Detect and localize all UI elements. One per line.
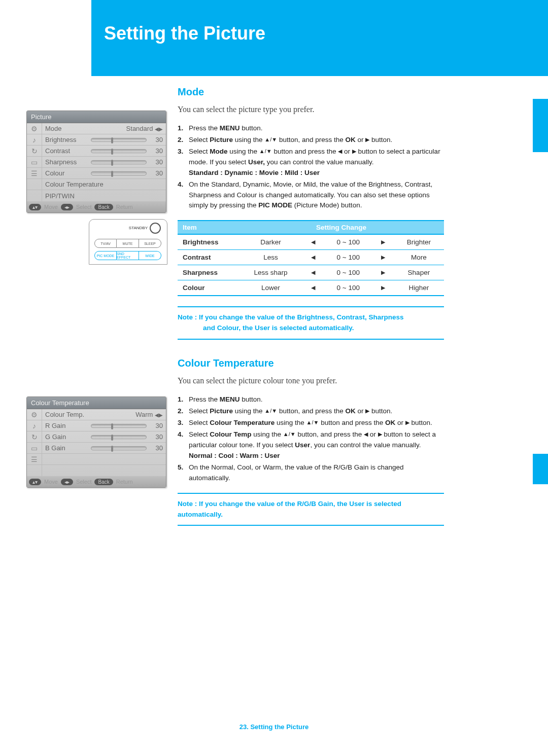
cell-item: Sharpness — [178, 265, 238, 280]
table-row: Contrast Less ◀ 0 ~ 100 ▶ More — [178, 250, 444, 265]
osd-row-label: Sharpness — [42, 158, 88, 166]
osd-row-value: 30 — [150, 158, 166, 166]
th-item: Item — [178, 221, 238, 234]
osd-icon: ♪ — [27, 420, 42, 431]
cell-item: Colour — [178, 280, 238, 296]
right-icon: ▶ — [365, 135, 369, 144]
mode-steps: 1.Press the MENU button. 2.Select Pictur… — [178, 123, 444, 211]
colourtemp-options: Normal : Cool : Warm : User — [189, 452, 280, 459]
osd-icon: ↻ — [27, 146, 42, 156]
osd-icon: ☰ — [27, 168, 42, 178]
cell-low: Lower — [238, 280, 303, 296]
osd-row-value: 30 — [150, 147, 166, 155]
right-icon: ▶ — [365, 407, 369, 415]
osd-row-value: 30 — [150, 422, 166, 429]
section-intro-mode: You can select the picture type you pref… — [178, 105, 444, 114]
cell-high: Shaper — [394, 265, 444, 280]
colourtemp-steps: 1.Press the MENU button. 2.Select Pictur… — [178, 394, 444, 483]
osd-colour-temp-menu: Colour Temperature ⚙Colour Temp.Warm ◀▶ … — [26, 397, 166, 488]
osd-slider — [91, 138, 147, 142]
settings-table: Item Setting Change Brightness Darker ◀ … — [178, 220, 444, 296]
osd-footer: ▴▾Move ◂▸Select BackReturn — [27, 476, 166, 487]
osd-row-value: 30 — [150, 433, 166, 441]
osd-icon: ▭ — [27, 157, 42, 167]
remote-btn-sndeffect: SND EFFECT — [117, 251, 139, 260]
section-heading-colourtemp: Colour Temperature — [178, 357, 444, 369]
cell-low: Less sharp — [238, 265, 303, 280]
osd-slider — [91, 160, 147, 164]
osd-slider — [91, 171, 147, 175]
remote-btn-picmode: PIC MODE — [94, 251, 117, 260]
osd-slider — [91, 149, 147, 153]
osd-icon: ⚙ — [27, 123, 42, 134]
osd-icon: ♪ — [27, 134, 42, 145]
osd-slider — [91, 424, 147, 428]
updown-icon: ▲/▼ — [306, 418, 319, 427]
side-tab-upper — [533, 99, 548, 152]
osd-icon — [27, 190, 42, 201]
mode-options: Standard : Dynamic : Movie : Mild : User — [189, 169, 320, 176]
updown-icon: ▲/▼ — [283, 430, 296, 439]
cell-low: Darker — [238, 234, 303, 250]
left-icon: ◀ — [364, 430, 368, 439]
cell-range: 0 ~ 100 — [324, 234, 372, 250]
table-row: Colour Lower ◀ 0 ~ 100 ▶ Higher — [178, 280, 444, 296]
remote-control-diagram: STANDBY TV/AV MUTE SLEEP PIC MODE SND EF… — [89, 219, 167, 265]
remote-btn-tvav: TV/AV — [94, 239, 117, 248]
osd-row-value: 30 — [150, 444, 166, 452]
page-footer: 23. Setting the Picture — [0, 723, 548, 731]
osd-picture-menu: Picture ⚙ModeStandard ◀▶ ♪Brightness30 ↻… — [26, 111, 166, 213]
cell-item: Contrast — [178, 250, 238, 265]
cell-high: Higher — [394, 280, 444, 296]
cell-high: More — [394, 250, 444, 265]
left-icon: ◀ — [338, 147, 342, 156]
osd-row-label: Contrast — [42, 147, 88, 155]
updown-icon: ▲/▼ — [264, 407, 277, 415]
osd-row-label: Colour — [42, 169, 88, 177]
osd-row-label: Brightness — [42, 136, 88, 143]
section-heading-mode: Mode — [178, 86, 444, 98]
page-title: Setting the Picture — [104, 23, 265, 44]
remote-btn-wide: WIDE — [139, 251, 161, 260]
cell-low: Less — [238, 250, 303, 265]
cell-range: 0 ~ 100 — [324, 265, 372, 280]
osd-icon: ☰ — [27, 454, 42, 464]
osd-row-label: Mode — [42, 125, 88, 132]
right-icon: ▶ — [352, 147, 356, 156]
remote-btn-mute: MUTE — [117, 239, 139, 248]
right-icon: ▶ — [378, 430, 382, 439]
power-icon — [150, 223, 161, 234]
osd-row-label: B Gain — [42, 444, 88, 452]
osd-icon: ⚙ — [27, 409, 42, 420]
osd-row-label: R Gain — [42, 422, 88, 429]
side-tab-lower — [533, 454, 548, 484]
osd-row-value: 30 — [150, 169, 166, 177]
standby-label: STANDBY — [129, 226, 148, 230]
mode-note: Note : If you change the value of the Br… — [178, 306, 444, 340]
table-row: Sharpness Less sharp ◀ 0 ~ 100 ▶ Shaper — [178, 265, 444, 280]
osd-row-label: Colour Temperature — [42, 181, 166, 188]
osd-row-value: Standard ◀▶ — [88, 125, 166, 132]
cell-high: Brighter — [394, 234, 444, 250]
cell-right-icon: ▶ — [373, 234, 394, 250]
cell-range: 0 ~ 100 — [324, 250, 372, 265]
remote-btn-sleep: SLEEP — [139, 239, 161, 248]
cell-item: Brightness — [178, 234, 238, 250]
osd-footer: ▴▾Move ◂▸Select BackReturn — [27, 201, 166, 212]
updown-icon: ▲/▼ — [264, 135, 277, 144]
osd-icon — [27, 465, 42, 476]
cell-left-icon: ◀ — [303, 234, 324, 250]
th-setting-change: Setting Change — [238, 221, 444, 234]
osd-slider — [91, 435, 147, 439]
osd-title: Colour Temperature — [27, 397, 166, 409]
osd-row-value: 30 — [150, 136, 166, 143]
updown-icon: ▲/▼ — [259, 147, 272, 156]
right-icon: ▶ — [405, 418, 409, 427]
osd-icon: ↻ — [27, 431, 42, 442]
osd-row-value: Warm ◀▶ — [88, 411, 166, 418]
cell-range: 0 ~ 100 — [324, 280, 372, 296]
table-row: Brightness Darker ◀ 0 ~ 100 ▶ Brighter — [178, 234, 444, 250]
osd-title: Picture — [27, 111, 166, 123]
osd-icon — [27, 179, 42, 190]
section-intro-colourtemp: You can select the picture colour tone y… — [178, 376, 444, 385]
